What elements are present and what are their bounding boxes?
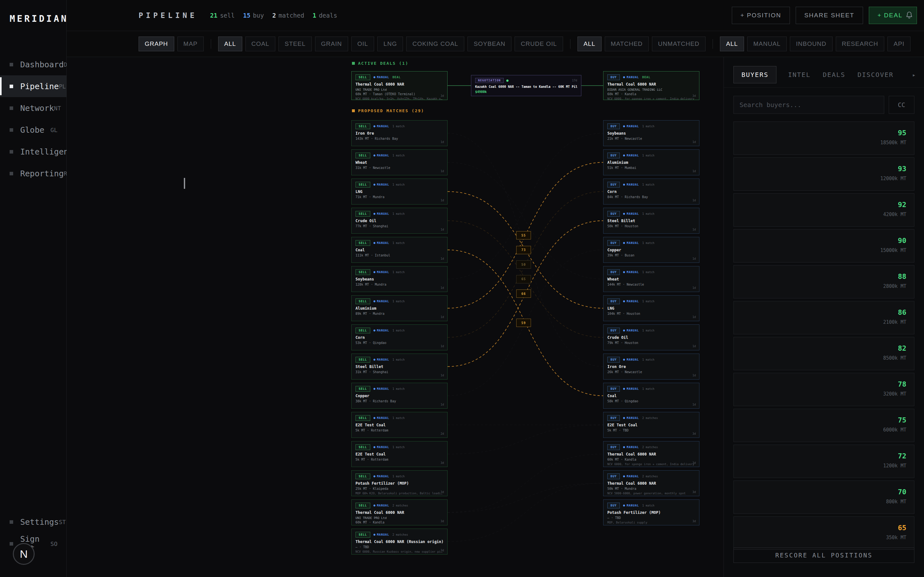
card-qty: 144k MT · Newcastle <box>607 283 695 286</box>
bell-icon[interactable] <box>905 11 914 21</box>
stat-label: sell <box>220 12 235 19</box>
buyer-row[interactable]: 828500k MT <box>733 337 914 370</box>
filter-match-state-matched[interactable]: MATCHED <box>605 37 649 51</box>
buy-card[interactable]: BUYMANUAL1 matchLNG104k MT · Houston1d <box>603 295 699 321</box>
filter-match-state-all[interactable]: ALL <box>577 37 602 51</box>
buyer-row[interactable]: 721200k MT <box>733 445 914 478</box>
sell-card[interactable]: SELLMANUAL2 matchesThermal Coal 6000 NAR… <box>351 500 447 525</box>
filter-view-graph[interactable]: GRAPH <box>139 37 174 51</box>
rescore-all-positions-button[interactable]: RESCORE ALL POSITIONS <box>733 548 914 563</box>
buyer-row[interactable]: 9312000k MT <box>733 157 914 191</box>
filter-commodity-coking-coal[interactable]: COKING COAL <box>406 37 464 51</box>
buy-card[interactable]: BUYMANUAL1 matchSoybeans21k MT · Newcast… <box>603 120 699 146</box>
sidebar-item-reporting[interactable]: ReportingRP <box>0 163 66 184</box>
sell-card[interactable]: SELLMANUAL1 matchWheat31k MT · Newcastle… <box>351 149 447 175</box>
panel-tab-deals[interactable]: DEALS <box>822 66 846 83</box>
manual-dot-icon <box>623 417 625 419</box>
filter-view-map[interactable]: MAP <box>178 37 204 51</box>
cc-button[interactable]: CC <box>889 96 914 114</box>
active-deal-sell-card[interactable]: SELL MANUAL DEAL Thermal Coal 6000 NAR U… <box>351 71 447 100</box>
sell-card[interactable]: SELLMANUAL1 matchCrude Oil77k MT · Shang… <box>351 208 447 234</box>
sidebar-item-pipeline[interactable]: PipelinePL <box>0 75 66 97</box>
sell-card[interactable]: SELLMANUAL1 matchSteel Billet31k MT · Sh… <box>351 354 447 380</box>
buyer-row[interactable]: 882800k MT <box>733 265 914 298</box>
panel-tab-buyers[interactable]: BUYERS <box>733 66 776 83</box>
panel-tab-intel[interactable]: INTEL <box>787 66 811 83</box>
buy-card[interactable]: BUYMANUAL1 matchPotash Fertilizer (MOP)—… <box>603 500 699 525</box>
sell-card[interactable]: SELLMANUAL1 matchSoybeans128k MT · Mundr… <box>351 266 447 292</box>
filter-commodity-lng[interactable]: LNG <box>377 37 403 51</box>
buy-card[interactable]: BUYMANUAL1 matchCrude Oil79k MT · Housto… <box>603 324 699 350</box>
filter-source-inbound[interactable]: INBOUND <box>790 37 833 51</box>
buy-card[interactable]: BUYMANUAL1 matchIron Ore26k MT · Newcast… <box>603 354 699 380</box>
buyer-row[interactable]: 70800k MT <box>733 480 914 514</box>
negotiation-card[interactable]: NEGOTIATION 17d Kazakh Coal 6000 NAR -- … <box>471 75 582 96</box>
panel-tab-discover[interactable]: DISCOVER <box>857 66 894 83</box>
buy-card[interactable]: BUYMANUAL2 matchesE2E Test Coal5k MT · T… <box>603 412 699 438</box>
manual-dot-icon <box>373 213 375 215</box>
buyer-row[interactable]: 862100k MT <box>733 301 914 334</box>
manual-dot-icon <box>623 300 625 302</box>
sidebar-item-network[interactable]: NetworkNT <box>0 97 66 119</box>
panel-expand-icon[interactable]: ▸ <box>912 71 916 78</box>
position-button[interactable]: + POSITION <box>732 7 790 24</box>
filter-commodity-crude-oil[interactable]: CRUDE OIL <box>515 37 563 51</box>
filter-commodity-oil[interactable]: OIL <box>351 37 375 51</box>
match-score-badge[interactable]: 66 <box>516 290 531 298</box>
buy-card[interactable]: BUYMANUAL1 matchCorn84k MT · Richards Ba… <box>603 179 699 205</box>
sell-card[interactable]: SELLMANUAL1 matchCopper38k MT · Richards… <box>351 383 447 409</box>
sell-card[interactable]: SELLMANUAL1 matchIron Ore143k MT · Richa… <box>351 120 447 146</box>
filter-source-api[interactable]: API <box>887 37 911 51</box>
sell-card[interactable]: SELLMANUAL1 matchPotash Fertilizer (MOP)… <box>351 470 447 496</box>
buy-card[interactable]: BUYMANUAL2 matchesThermal Coal 6000 NAR5… <box>603 470 699 496</box>
filter-source-research[interactable]: RESEARCH <box>836 37 885 51</box>
sell-card[interactable]: SELLMANUAL1 matchE2E Test Coal5k MT · Ro… <box>351 412 447 438</box>
card-badges: BUYMANUAL1 match <box>607 182 695 187</box>
sidebar-item-settings[interactable]: SettingsST <box>0 511 66 533</box>
stat-value: 1 <box>312 12 316 19</box>
sell-card[interactable]: SELLMANUAL1 matchLNG71k MT · Mundra1d <box>351 179 447 205</box>
buyer-row[interactable]: 9518500k MT <box>733 121 914 155</box>
active-deal-buy-card[interactable]: BUY MANUAL DEAL Thermal Coal 6000 NAR DI… <box>603 71 699 100</box>
card-qty: 143k MT · Richards Bay <box>355 137 443 140</box>
match-score-badge[interactable]: 50 <box>516 260 531 269</box>
sell-card[interactable]: SELLMANUAL1 matchCorn53k MT · Qingdao1d <box>351 324 447 350</box>
sidebar-item-globe[interactable]: GlobeGL <box>0 119 66 141</box>
buy-card[interactable]: BUYMANUAL2 matchesThermal Coal 6000 NAR6… <box>603 441 699 467</box>
avatar[interactable]: N <box>13 543 35 565</box>
filter-commodity-soybean[interactable]: SOYBEAN <box>467 37 511 51</box>
filter-commodity-steel[interactable]: STEEL <box>278 37 312 51</box>
buy-card[interactable]: BUYMANUAL1 matchAluminium51k MT · Mumbai… <box>603 149 699 175</box>
match-score-badge[interactable]: 55 <box>516 231 531 239</box>
buy-card[interactable]: BUYMANUAL1 matchWheat144k MT · Newcastle… <box>603 266 699 292</box>
filter-source-all[interactable]: ALL <box>720 37 744 51</box>
search-input[interactable] <box>733 96 884 114</box>
match-score-badge[interactable]: 73 <box>516 246 531 254</box>
filter-commodity-all[interactable]: ALL <box>218 37 242 51</box>
filter-commodity-grain[interactable]: GRAIN <box>315 37 348 51</box>
share-sheet-button[interactable]: SHARE SHEET <box>796 7 863 24</box>
card-badges: SELLMANUAL1 match <box>355 327 443 334</box>
canvas-scrollbar-thumb[interactable] <box>184 178 185 189</box>
buyer-row[interactable]: 65350k MT <box>733 516 914 550</box>
buyer-row[interactable]: 924200k MT <box>733 193 914 227</box>
sidebar-item-dashboard[interactable]: DashboardDB <box>0 53 66 75</box>
buy-card[interactable]: BUYMANUAL1 matchCopper39k MT · Busan1d <box>603 237 699 263</box>
sell-card[interactable]: SELLMANUAL1 matchCoal111k MT · Istanbul1… <box>351 237 447 263</box>
graph-canvas[interactable]: ACTIVE DEALS (1) SELL MANUAL DEAL Therma… <box>67 57 724 577</box>
sell-card[interactable]: SELLMANUAL1 matchE2E Test Coal5k MT · Ro… <box>351 441 447 467</box>
sell-card[interactable]: SELLMANUAL1 matchAluminium89k MT · Mundr… <box>351 295 447 321</box>
match-score-badge[interactable]: 59 <box>516 319 531 327</box>
sell-card[interactable]: SELLMANUAL2 matchesThermal Coal 6000 NAR… <box>351 529 447 554</box>
filter-match-state-unmatched[interactable]: UNMATCHED <box>652 37 706 51</box>
buyer-row[interactable]: 783200k MT <box>733 373 914 406</box>
card-org: UNI TRADE PRO Ltd <box>355 516 443 520</box>
buyer-row[interactable]: 756000k MT <box>733 409 914 442</box>
buy-card[interactable]: BUYMANUAL1 matchSteel Billet50k MT · Hou… <box>603 208 699 234</box>
filter-commodity-coal[interactable]: COAL <box>246 37 276 51</box>
buyer-row[interactable]: 9015000k MT <box>733 229 914 263</box>
buy-card[interactable]: BUYMANUAL1 matchCoal58k MT · Qingdao1d <box>603 383 699 409</box>
match-score-badge[interactable]: 65 <box>516 275 531 284</box>
filter-source-manual[interactable]: MANUAL <box>747 37 787 51</box>
sidebar-item-intelligence[interactable]: IntelligenceIN <box>0 141 66 163</box>
